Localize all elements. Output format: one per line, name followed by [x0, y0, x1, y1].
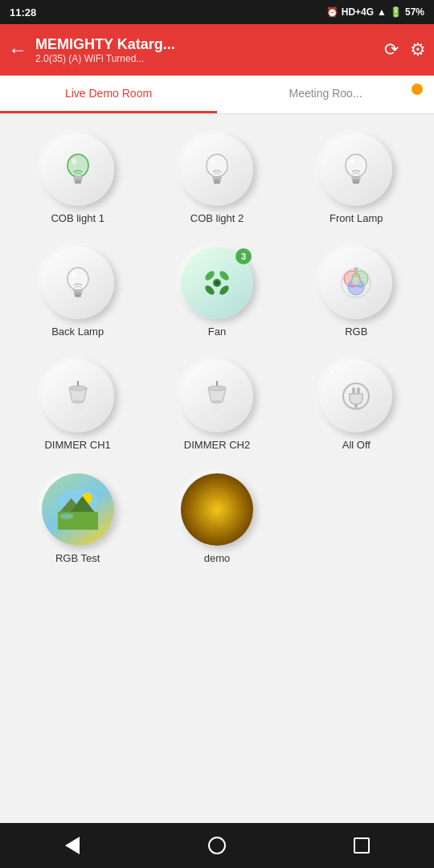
device-label-dimmerch2: DIMMER CH2: [184, 439, 250, 451]
svg-line-42: [213, 404, 217, 411]
svg-point-26: [215, 281, 219, 285]
svg-line-44: [217, 404, 221, 411]
battery-icon: 🔋: [390, 6, 402, 18]
device-label-cob2: COB light 2: [190, 212, 244, 224]
svg-rect-13: [353, 182, 359, 184]
back-button[interactable]: ←: [8, 39, 27, 61]
device-label-fan: Fan: [208, 326, 226, 338]
device-item-alloff[interactable]: All Off: [287, 349, 426, 462]
device-label-rgb: RGB: [345, 326, 367, 338]
device-label-demo: demo: [204, 552, 231, 564]
svg-point-24: [218, 284, 231, 297]
device-icon-rgbtest: [42, 473, 114, 546]
device-icon-fan: 3: [181, 247, 253, 319]
alarm-icon: ⏰: [326, 6, 338, 18]
svg-point-4: [72, 158, 76, 165]
back-triangle-icon: [65, 837, 80, 854]
svg-point-21: [203, 269, 216, 282]
svg-rect-1: [73, 176, 83, 179]
device-label-alloff: All Off: [342, 439, 371, 451]
tab-meeting-room[interactable]: Meeting Roo...: [217, 76, 434, 113]
device-label-rgbtest: RGB Test: [55, 552, 100, 564]
device-item-fan[interactable]: 3 Fan: [147, 235, 286, 349]
svg-line-36: [74, 404, 78, 411]
device-icon-demo: [181, 473, 253, 546]
svg-point-35: [72, 400, 84, 403]
device-grid: COB light 1 COB light 2: [0, 114, 434, 583]
online-indicator: [411, 84, 423, 95]
status-bar: 11:28 ⏰ HD+4G ▲ 🔋 57%: [0, 0, 434, 24]
device-icon-rgb: [320, 247, 392, 319]
header: ← MEMIGHTY Katarg... 2.0(35) (A) WiFi Tu…: [0, 24, 434, 76]
device-icon-alloff: [320, 360, 392, 432]
svg-point-32: [354, 268, 358, 272]
signal-icon: ▲: [377, 6, 387, 18]
device-icon-cob2: [181, 133, 253, 206]
svg-point-19: [72, 272, 76, 278]
device-icon-dimmerch1: [42, 360, 114, 432]
svg-rect-17: [74, 293, 82, 295]
svg-point-10: [346, 154, 366, 177]
svg-rect-18: [75, 295, 81, 297]
tabs-bar: Live Demo Room Meeting Roo...: [0, 76, 434, 114]
svg-point-31: [352, 277, 360, 285]
nav-back-button[interactable]: [52, 825, 92, 866]
signal-label: HD+4G: [342, 6, 374, 18]
device-item-dimmerch2[interactable]: DIMMER CH2: [147, 349, 286, 462]
device-item-demo[interactable]: demo: [147, 462, 286, 575]
svg-point-22: [218, 269, 231, 282]
svg-point-15: [68, 268, 88, 290]
header-title: MEMIGHTY Katarg...: [35, 36, 309, 53]
device-icon-dimmerch2: [181, 360, 253, 432]
device-item-frontlamp[interactable]: Front Lamp: [287, 122, 426, 235]
svg-rect-47: [357, 387, 360, 394]
svg-point-14: [350, 158, 354, 165]
device-item-rgbtest[interactable]: RGB Test: [8, 462, 147, 575]
home-circle-icon: [208, 837, 226, 854]
svg-point-41: [211, 400, 223, 403]
recent-square-icon: [354, 837, 370, 854]
header-subtitle: 2.0(35) (A) WiFi Turned...: [35, 53, 309, 64]
nav-home-button[interactable]: [197, 825, 237, 866]
header-title-block: MEMIGHTY Katarg... 2.0(35) (A) WiFi Turn…: [35, 36, 384, 64]
status-time: 11:28: [10, 6, 36, 18]
fan-badge: 3: [235, 248, 252, 264]
device-item-cob2[interactable]: COB light 2: [147, 122, 286, 235]
svg-point-40: [208, 386, 226, 391]
svg-point-54: [59, 514, 73, 519]
svg-rect-46: [352, 387, 355, 394]
svg-rect-11: [351, 176, 361, 179]
svg-point-5: [207, 154, 227, 177]
svg-point-34: [69, 386, 87, 391]
bottom-navigation: [0, 823, 434, 868]
device-icon-frontlamp: [320, 133, 392, 206]
device-icon-backlamp: [42, 247, 114, 319]
svg-point-23: [203, 284, 216, 297]
refresh-button[interactable]: ⟳: [384, 39, 399, 60]
device-label-frontlamp: Front Lamp: [330, 212, 383, 224]
svg-point-9: [211, 158, 215, 165]
svg-line-38: [78, 404, 82, 411]
device-item-rgb[interactable]: RGB: [287, 235, 426, 349]
device-label-dimmerch1: DIMMER CH1: [44, 439, 110, 451]
svg-rect-2: [74, 179, 82, 182]
device-label-backlamp: Back Lamp: [51, 326, 104, 338]
battery-label: 57%: [405, 6, 424, 18]
device-item-cob1[interactable]: COB light 1: [8, 122, 147, 235]
svg-rect-3: [75, 182, 81, 184]
svg-rect-7: [213, 179, 221, 182]
svg-rect-48: [354, 403, 358, 408]
svg-point-0: [68, 154, 88, 177]
tab-live-demo-room[interactable]: Live Demo Room: [0, 76, 217, 113]
header-icons: ⟳ ⚙: [384, 39, 426, 60]
device-icon-cob1: [42, 133, 114, 206]
svg-rect-6: [212, 176, 222, 179]
svg-rect-16: [73, 289, 83, 293]
device-label-cob1: COB light 1: [51, 212, 104, 224]
svg-rect-8: [214, 182, 220, 184]
device-item-dimmerch1[interactable]: DIMMER CH1: [8, 349, 147, 462]
device-item-backlamp[interactable]: Back Lamp: [8, 235, 147, 349]
settings-button[interactable]: ⚙: [410, 39, 426, 60]
status-right: ⏰ HD+4G ▲ 🔋 57%: [326, 6, 424, 18]
nav-recent-button[interactable]: [342, 825, 382, 866]
